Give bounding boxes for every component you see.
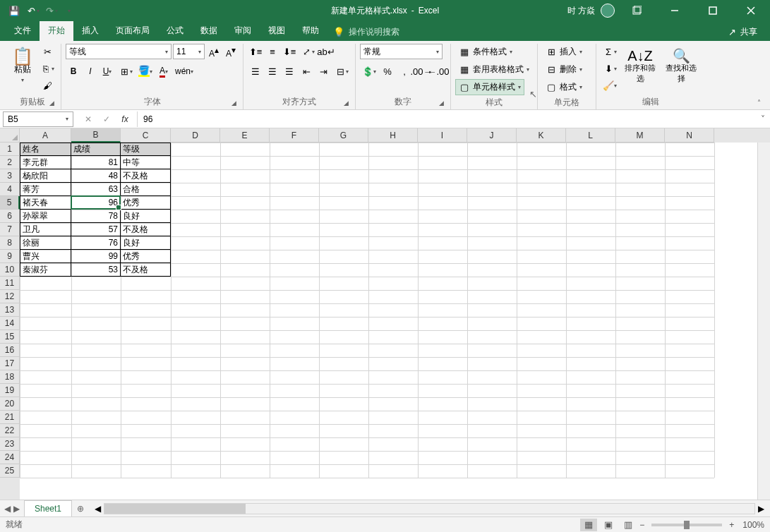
merge-button[interactable]: ⊟▾ bbox=[332, 64, 351, 79]
vertical-scrollbar[interactable] bbox=[757, 143, 770, 500]
horizontal-scrollbar[interactable] bbox=[104, 503, 755, 514]
row-header-25[interactable]: 25 bbox=[0, 464, 20, 478]
italic-button[interactable]: I bbox=[83, 64, 98, 79]
col-header-B[interactable]: B bbox=[71, 128, 121, 143]
cell[interactable]: 杨欣阳 bbox=[20, 169, 71, 183]
cell[interactable]: 优秀 bbox=[121, 250, 171, 263]
user-name[interactable]: 时 方焱 bbox=[567, 5, 595, 17]
underline-button[interactable]: U▾ bbox=[100, 64, 115, 79]
autosum-button[interactable]: Σ▾ bbox=[601, 44, 619, 59]
name-box[interactable]: B5▾ bbox=[3, 111, 73, 127]
col-header-C[interactable]: C bbox=[121, 128, 171, 143]
cell[interactable]: 不及格 bbox=[121, 263, 171, 277]
orientation-button[interactable]: ⤢▾ bbox=[299, 44, 317, 59]
tab-help[interactable]: 帮助 bbox=[294, 20, 327, 41]
cell[interactable]: 等级 bbox=[121, 143, 171, 156]
cell[interactable]: 48 bbox=[71, 169, 121, 183]
row-header-12[interactable]: 12 bbox=[0, 290, 20, 303]
cell[interactable]: 李元群 bbox=[20, 156, 71, 169]
format-painter-button[interactable]: 🖌 bbox=[40, 78, 55, 93]
row-header-4[interactable]: 4 bbox=[0, 183, 20, 196]
row-header-10[interactable]: 10 bbox=[0, 263, 20, 277]
fill-color-button[interactable]: 🪣▾ bbox=[136, 64, 155, 79]
close-button[interactable] bbox=[735, 0, 767, 21]
maximize-button[interactable] bbox=[697, 0, 729, 21]
row-header-13[interactable]: 13 bbox=[0, 303, 20, 317]
align-dialog-icon[interactable]: ◢ bbox=[341, 98, 351, 108]
cell[interactable]: 良好 bbox=[121, 210, 171, 223]
zoom-out-button[interactable]: − bbox=[639, 520, 644, 530]
save-button[interactable]: 💾 bbox=[6, 2, 23, 19]
minimize-button[interactable] bbox=[658, 0, 691, 21]
zoom-slider[interactable] bbox=[651, 524, 722, 526]
row-header-24[interactable]: 24 bbox=[0, 451, 20, 464]
align-center-button[interactable]: ☰ bbox=[265, 64, 280, 79]
tell-me-search[interactable]: 💡 操作说明搜索 bbox=[327, 23, 405, 41]
select-all-corner[interactable] bbox=[0, 128, 20, 143]
ribbon-options-button[interactable] bbox=[620, 0, 653, 21]
row-header-21[interactable]: 21 bbox=[0, 411, 20, 424]
cell[interactable]: 81 bbox=[71, 156, 121, 169]
font-family-select[interactable]: 等线▾ bbox=[66, 44, 172, 59]
row-header-19[interactable]: 19 bbox=[0, 384, 20, 397]
cell[interactable]: 曹兴 bbox=[20, 250, 71, 263]
phonetic-button[interactable]: wén▾ bbox=[173, 64, 195, 79]
align-right-button[interactable]: ☰ bbox=[282, 64, 297, 79]
hscroll-left-icon[interactable]: ◀ bbox=[95, 504, 101, 514]
cell[interactable]: 合格 bbox=[121, 183, 171, 196]
zoom-level[interactable]: 100% bbox=[742, 520, 764, 530]
col-header-A[interactable]: A bbox=[20, 128, 71, 143]
copy-button[interactable]: ⎘▾ bbox=[38, 61, 56, 76]
zoom-in-button[interactable]: + bbox=[729, 520, 734, 530]
currency-button[interactable]: 💲▾ bbox=[360, 64, 378, 79]
indent-inc-button[interactable]: ⇥ bbox=[315, 64, 331, 79]
add-sheet-button[interactable]: ⊕ bbox=[72, 500, 89, 517]
cell[interactable]: 不及格 bbox=[121, 169, 171, 183]
align-left-button[interactable]: ☰ bbox=[248, 64, 263, 79]
font-size-select[interactable]: 11▾ bbox=[173, 44, 205, 59]
row-header-22[interactable]: 22 bbox=[0, 424, 20, 437]
cell[interactable]: 53 bbox=[71, 263, 121, 277]
col-header-H[interactable]: H bbox=[368, 128, 418, 143]
clear-button[interactable]: 🧹▾ bbox=[601, 78, 619, 93]
table-format-button[interactable]: ▦套用表格格式▾ bbox=[455, 61, 533, 78]
row-header-1[interactable]: 1 bbox=[0, 143, 20, 156]
cell[interactable]: 孙翠翠 bbox=[20, 210, 71, 223]
cell[interactable]: 78 bbox=[71, 210, 121, 223]
col-header-F[interactable]: F bbox=[270, 128, 319, 143]
share-button[interactable]: ↗ 共享 bbox=[721, 23, 763, 41]
align-bottom-button[interactable]: ⬇≡ bbox=[282, 44, 297, 59]
row-header-7[interactable]: 7 bbox=[0, 223, 20, 236]
wrap-text-button[interactable]: ab↵ bbox=[318, 44, 334, 59]
cell[interactable]: 57 bbox=[71, 223, 121, 236]
page-layout-view-button[interactable]: ▣ bbox=[600, 519, 617, 531]
tab-layout[interactable]: 页面布局 bbox=[107, 20, 158, 41]
tab-view[interactable]: 视图 bbox=[260, 20, 294, 41]
decrease-decimal-button[interactable]: ←.00 bbox=[431, 64, 446, 79]
tab-home[interactable]: 开始 bbox=[40, 20, 73, 41]
col-header-N[interactable]: N bbox=[665, 128, 714, 143]
tab-review[interactable]: 审阅 bbox=[226, 20, 260, 41]
row-header-18[interactable]: 18 bbox=[0, 370, 20, 384]
row-header-9[interactable]: 9 bbox=[0, 250, 20, 263]
tab-file[interactable]: 文件 bbox=[6, 20, 40, 41]
page-break-view-button[interactable]: ▥ bbox=[620, 519, 637, 531]
row-header-16[interactable]: 16 bbox=[0, 344, 20, 357]
indent-dec-button[interactable]: ⇤ bbox=[299, 64, 314, 79]
grow-font-button[interactable]: A▴ bbox=[206, 44, 222, 59]
align-top-button[interactable]: ⬆≡ bbox=[248, 44, 263, 59]
font-dialog-icon[interactable]: ◢ bbox=[229, 98, 239, 108]
row-header-17[interactable]: 17 bbox=[0, 357, 20, 370]
row-header-20[interactable]: 20 bbox=[0, 397, 20, 411]
tab-data[interactable]: 数据 bbox=[192, 20, 226, 41]
cell[interactable]: 卫凡 bbox=[20, 223, 71, 236]
cell[interactable]: 良好 bbox=[121, 236, 171, 250]
row-header-11[interactable]: 11 bbox=[0, 277, 20, 290]
col-header-I[interactable]: I bbox=[418, 128, 467, 143]
cell[interactable]: 蒋芳 bbox=[20, 183, 71, 196]
redo-button[interactable]: ↷▾ bbox=[42, 2, 59, 19]
shrink-font-button[interactable]: A▾ bbox=[223, 44, 239, 59]
cell[interactable]: 成绩 bbox=[71, 143, 121, 156]
insert-cells-button[interactable]: ⊞插入▾ bbox=[542, 44, 591, 60]
tab-insert[interactable]: 插入 bbox=[73, 20, 107, 41]
